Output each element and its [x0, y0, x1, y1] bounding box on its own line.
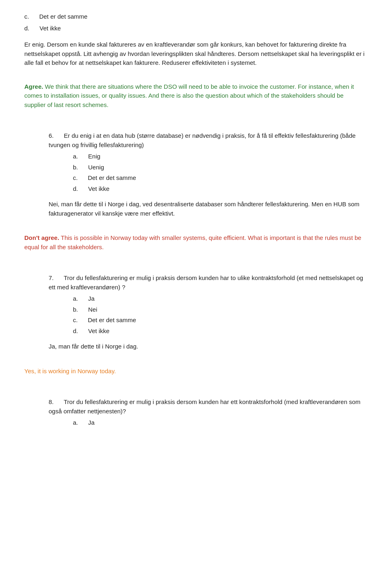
question7-number: 7. — [49, 274, 54, 281]
q6-option-b-label: b. — [73, 164, 78, 171]
agree-paragraph: Agree. We think that there are situation… — [24, 82, 365, 110]
q7-response-text: Ja, man får dette til i Norge i dag. — [49, 342, 365, 351]
q7-option-c-text: Det er det samme — [88, 316, 136, 323]
q7-option-c-label: c. — [73, 316, 78, 323]
q6-option-d: d. Vet ikke — [73, 184, 365, 194]
question8-number: 8. — [49, 398, 54, 405]
q7-option-b-text: Nei — [88, 306, 98, 313]
q7-response: Ja, man får dette til i Norge i dag. — [49, 342, 365, 351]
q7-option-a-label: a. — [73, 295, 78, 302]
q8-option-a: a. Ja — [73, 418, 365, 428]
er-enig-paragraph: Er enig. Dersom en kunde skal faktureres… — [24, 40, 365, 68]
question8-text: 8. Tror du fellesfakturering er mulig i … — [49, 398, 365, 416]
item-d-1: d. Vet ikke — [24, 24, 365, 33]
q6-option-a-label: a. — [73, 153, 78, 160]
yes-working-block: Yes, it is working in Norway today. — [24, 367, 365, 376]
item-d-1-label: d. — [24, 25, 30, 32]
q7-option-d-text: Vet ikke — [88, 327, 110, 334]
q7-option-a: a. Ja — [73, 294, 365, 304]
dont-agree-block: Don't agree. This is possible in Norway … — [24, 233, 365, 252]
q6-option-b: b. Uenig — [73, 163, 365, 172]
q6-option-d-text: Vet ikke — [88, 185, 110, 192]
q7-option-b-label: b. — [73, 306, 78, 313]
q6-option-c-label: c. — [73, 174, 78, 181]
question8-body: Tror du fellesfakturering er mulig i pra… — [49, 398, 361, 415]
question7-text: 7. Tror du fellesfakturering er mulig i … — [49, 274, 365, 292]
agree-block: Agree. We think that there are situation… — [24, 82, 365, 110]
q7-option-a-text: Ja — [88, 295, 95, 302]
dont-agree-label: Don't agree. — [24, 234, 59, 241]
q6-option-a: a. Enig — [73, 152, 365, 161]
item-c-text: Det er det samme — [39, 13, 88, 20]
item-c-section: c. Det er det samme d. Vet ikke — [24, 12, 365, 33]
item-d-1-text: Vet ikke — [40, 25, 61, 32]
question6-number: 6. — [49, 132, 54, 139]
agree-text: We think that there are situations where… — [24, 83, 354, 108]
item-c-label: c. — [24, 13, 29, 20]
question6-block: 6. Er du enig i at en data hub (større d… — [49, 131, 365, 218]
q7-option-d-label: d. — [73, 327, 78, 334]
question8-block: 8. Tror du fellesfakturering er mulig i … — [49, 398, 365, 428]
question7-body: Tror du fellesfakturering er mulig i pra… — [49, 274, 363, 291]
question6-text: 6. Er du enig i at en data hub (større d… — [49, 131, 365, 150]
item-c: c. Det er det samme — [24, 12, 365, 21]
q8-option-a-text: Ja — [88, 419, 95, 426]
dont-agree-text: This is possible in Norway today with sm… — [24, 234, 361, 250]
dont-agree-paragraph: Don't agree. This is possible in Norway … — [24, 233, 365, 252]
q8-options: a. Ja — [73, 418, 365, 428]
question6-body: Er du enig i at en data hub (større data… — [49, 132, 356, 148]
q6-option-b-text: Uenig — [88, 164, 104, 171]
q6-response-text: Nei, man får dette til i Norge i dag, ve… — [49, 200, 365, 218]
q6-option-c: c. Det er det samme — [73, 173, 365, 183]
q8-option-a-label: a. — [73, 419, 78, 426]
q6-option-a-text: Enig — [88, 153, 100, 160]
q7-options: a. Ja b. Nei c. Det er det samme d. Vet … — [73, 294, 365, 336]
er-enig-section: Er enig. Dersom en kunde skal faktureres… — [24, 40, 365, 68]
agree-label: Agree. — [24, 83, 43, 90]
q7-option-c: c. Det er det samme — [73, 316, 365, 325]
q7-option-b: b. Nei — [73, 305, 365, 314]
question7-block: 7. Tror du fellesfakturering er mulig i … — [49, 274, 365, 351]
q6-option-c-text: Det er det samme — [88, 174, 136, 181]
q7-option-d: d. Vet ikke — [73, 327, 365, 336]
q6-response: Nei, man får dette til i Norge i dag, ve… — [49, 200, 365, 218]
q6-options: a. Enig b. Uenig c. Det er det samme d. … — [73, 152, 365, 193]
q6-option-d-label: d. — [73, 185, 78, 192]
yes-working-paragraph: Yes, it is working in Norway today. — [24, 367, 365, 376]
